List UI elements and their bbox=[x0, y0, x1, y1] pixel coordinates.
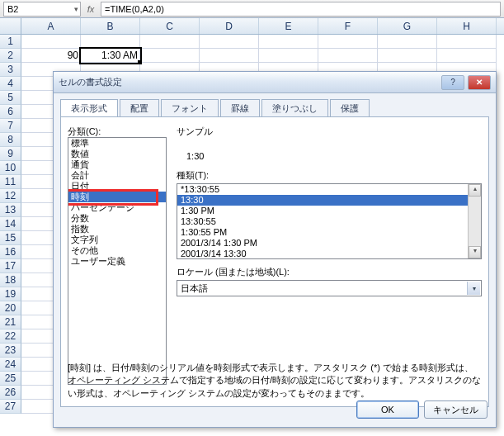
row-header[interactable]: 14 bbox=[0, 217, 21, 231]
category-item[interactable]: 指数 bbox=[68, 224, 166, 235]
category-item[interactable]: 会計 bbox=[68, 170, 166, 181]
cell[interactable]: 90 bbox=[21, 49, 81, 63]
cell[interactable] bbox=[81, 35, 140, 49]
row-header[interactable]: 11 bbox=[0, 175, 21, 189]
row-header[interactable]: 20 bbox=[0, 301, 21, 315]
fill-handle[interactable] bbox=[138, 60, 142, 64]
row-header[interactable]: 22 bbox=[0, 329, 21, 344]
formula-value: =TIME(0,A2,0) bbox=[105, 4, 164, 14]
tab-フォント[interactable]: フォント bbox=[161, 99, 219, 117]
type-scrollbar[interactable]: ▴ ▾ bbox=[468, 184, 481, 258]
category-item[interactable]: ユーザー定義 bbox=[68, 256, 166, 267]
sample-label: サンプル bbox=[177, 126, 482, 138]
chevron-down-icon[interactable]: ▾ bbox=[74, 5, 78, 13]
type-item[interactable]: 13:30:55 bbox=[177, 216, 481, 227]
cell[interactable] bbox=[378, 49, 437, 63]
row-header[interactable]: 5 bbox=[0, 91, 21, 105]
category-item[interactable]: 通貨 bbox=[68, 159, 166, 170]
column-header[interactable]: E bbox=[259, 18, 318, 34]
tab-保護[interactable]: 保護 bbox=[330, 99, 370, 117]
ok-button[interactable]: OK bbox=[356, 400, 419, 419]
tab-表示形式[interactable]: 表示形式 bbox=[60, 99, 118, 117]
scroll-up-icon[interactable]: ▴ bbox=[469, 184, 481, 197]
cell[interactable]: 1:30 AM bbox=[81, 49, 140, 63]
row-header[interactable]: 9 bbox=[0, 147, 21, 161]
category-item[interactable]: 標準 bbox=[68, 138, 166, 149]
name-box[interactable]: B2 ▾ bbox=[3, 2, 81, 17]
row-header[interactable]: 23 bbox=[0, 344, 21, 358]
cell[interactable] bbox=[378, 35, 437, 49]
row-header[interactable]: 13 bbox=[0, 203, 21, 217]
cell[interactable] bbox=[140, 35, 200, 49]
row-header[interactable]: 18 bbox=[0, 273, 21, 287]
column-header[interactable]: A bbox=[21, 18, 81, 34]
type-item[interactable]: *13:30:55 bbox=[177, 184, 481, 195]
row-header[interactable]: 4 bbox=[0, 77, 21, 91]
cell[interactable] bbox=[259, 35, 318, 49]
category-list[interactable]: 標準数値通貨会計日付時刻パーセンテージ分数指数文字列その他ユーザー定義 bbox=[68, 137, 167, 385]
row-header[interactable]: 16 bbox=[0, 245, 21, 259]
cell[interactable] bbox=[259, 49, 318, 63]
row-header[interactable]: 26 bbox=[0, 386, 21, 400]
cancel-button[interactable]: キャンセル bbox=[424, 400, 488, 419]
column-header[interactable]: H bbox=[437, 18, 497, 34]
type-item[interactable]: 1:30 PM bbox=[177, 206, 481, 216]
column-header[interactable]: D bbox=[200, 18, 259, 34]
type-list[interactable]: *13:30:5513:301:30 PM13:30:551:30:55 PM2… bbox=[177, 183, 482, 259]
column-header[interactable]: G bbox=[378, 18, 437, 34]
close-button[interactable]: ✕ bbox=[468, 75, 491, 90]
cell[interactable] bbox=[200, 35, 259, 49]
cell[interactable] bbox=[21, 35, 81, 49]
row-header[interactable]: 24 bbox=[0, 358, 21, 372]
cell[interactable] bbox=[318, 49, 378, 63]
category-item[interactable]: 時刻 bbox=[68, 192, 166, 202]
cell[interactable] bbox=[437, 49, 497, 63]
row-header[interactable]: 12 bbox=[0, 189, 21, 203]
category-item[interactable]: パーセンテージ bbox=[68, 202, 166, 213]
cell[interactable] bbox=[437, 35, 497, 49]
scroll-down-icon[interactable]: ▾ bbox=[469, 246, 481, 258]
formula-input[interactable]: =TIME(0,A2,0) bbox=[101, 2, 501, 17]
row-header[interactable]: 21 bbox=[0, 315, 21, 329]
row-header[interactable]: 6 bbox=[0, 105, 21, 119]
cell[interactable] bbox=[318, 35, 378, 49]
chevron-down-icon[interactable]: ▾ bbox=[467, 282, 480, 295]
row-header[interactable]: 19 bbox=[0, 287, 21, 301]
category-item[interactable]: 文字列 bbox=[68, 235, 166, 245]
dialog-tabs: 表示形式配置フォント罫線塗りつぶし保護 bbox=[54, 93, 496, 116]
row-header[interactable]: 3 bbox=[0, 63, 21, 77]
select-all-corner[interactable] bbox=[0, 18, 21, 34]
row-header[interactable]: 15 bbox=[0, 231, 21, 245]
tab-罫線[interactable]: 罫線 bbox=[220, 99, 260, 117]
category-item[interactable]: その他 bbox=[68, 245, 166, 256]
cell[interactable] bbox=[200, 49, 259, 63]
format-detail: サンプル 1:30 種類(T): *13:30:5513:301:30 PM13… bbox=[177, 124, 482, 296]
row-header[interactable]: 10 bbox=[0, 161, 21, 175]
category-item[interactable]: 日付 bbox=[68, 181, 166, 192]
column-header[interactable]: C bbox=[140, 18, 200, 34]
column-header[interactable]: F bbox=[318, 18, 378, 34]
category-item[interactable]: 数値 bbox=[68, 149, 166, 159]
tab-塗りつぶし[interactable]: 塗りつぶし bbox=[261, 99, 328, 117]
type-item[interactable]: 1:30:55 PM bbox=[177, 227, 481, 238]
row-header[interactable]: 25 bbox=[0, 372, 21, 386]
row-header[interactable]: 17 bbox=[0, 259, 21, 273]
row-header[interactable]: 7 bbox=[0, 119, 21, 133]
type-item[interactable]: 2001/3/14 1:30 PM bbox=[177, 238, 481, 249]
row-header[interactable]: 8 bbox=[0, 133, 21, 147]
row-header[interactable]: 1 bbox=[0, 35, 21, 49]
locale-dropdown[interactable]: 日本語 ▾ bbox=[177, 280, 482, 296]
cell[interactable] bbox=[140, 49, 200, 63]
type-item[interactable]: 13:30 bbox=[177, 195, 481, 206]
help-button[interactable]: ? bbox=[441, 75, 464, 90]
dialog-buttons: OK キャンセル bbox=[356, 400, 488, 419]
category-item[interactable]: 分数 bbox=[68, 213, 166, 224]
name-box-value: B2 bbox=[7, 4, 18, 14]
fx-icon[interactable]: fx bbox=[84, 4, 97, 14]
row-header[interactable]: 27 bbox=[0, 400, 21, 414]
row-header[interactable]: 2 bbox=[0, 49, 21, 63]
column-header[interactable]: B bbox=[81, 18, 140, 34]
tab-配置[interactable]: 配置 bbox=[120, 99, 159, 117]
type-item[interactable]: 2001/3/14 13:30 bbox=[177, 249, 481, 259]
dialog-titlebar[interactable]: セルの書式設定 ? ✕ bbox=[54, 72, 496, 93]
